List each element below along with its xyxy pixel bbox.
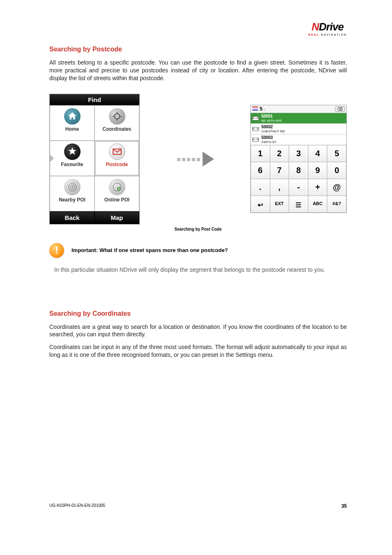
svg-point-0 [114,113,120,119]
back-button[interactable]: Back [50,211,95,224]
key-4[interactable]: 4 [308,145,327,162]
find-home-label: Home [51,126,93,132]
find-postcode[interactable]: Postcode [95,141,139,176]
find-title: Find [50,94,139,105]
page-number: 35 [341,503,347,509]
key-comma[interactable]: , [270,179,289,196]
online-poi-icon [109,179,125,195]
coordinates-icon [109,108,125,125]
key-9[interactable]: 9 [308,162,327,179]
key-2[interactable]: 2 [270,145,289,162]
envelope-icon [252,127,259,131]
heading-postcode: Searching by Postcode [49,46,347,53]
result-row[interactable]: 50003230TH ST [251,134,346,145]
transition-arrow [140,152,250,166]
key-1[interactable]: 1 [251,145,270,162]
key-list[interactable]: ☰ [289,196,308,213]
key-dot[interactable]: . [251,179,270,196]
map-button[interactable]: Map [95,211,139,224]
figure-row: Find Home Coordinates Favourite Pos [49,94,347,224]
find-coordinates-label: Coordinates [96,126,138,132]
find-favourite-label: Favourite [51,162,93,167]
key-abc[interactable]: ABC [308,196,327,213]
find-nearby-label: Nearby POI [51,197,93,203]
key-ext[interactable]: EXT [270,196,289,213]
key-return[interactable]: ↩ [251,196,270,213]
logo-n: N [311,21,319,33]
find-nearby-poi[interactable]: Nearby POI [50,176,95,211]
envelope-icon [252,116,259,120]
heading-coordinates: Searching by Coordinates [49,310,347,317]
logo-rest: Drive [319,21,344,33]
find-online-label: Online POI [96,197,138,203]
key-3[interactable]: 3 [289,145,308,162]
key-0[interactable]: 0 [327,162,346,179]
key-plus[interactable]: + [308,179,327,196]
key-7[interactable]: 7 [270,162,289,179]
find-postcode-label: Postcode [96,162,138,167]
keypad-panel: 5 ▫ ⌫ 50001NE 48TH AVE 50002CHESTNUT RD … [250,105,347,213]
keypad-input[interactable]: 5 ▫ [252,106,265,112]
result-row[interactable]: 50001NE 48TH AVE [251,113,346,124]
logo-tag-nav: NAVIGATION [321,33,347,36]
important-para: In this particular situation NDrive will… [54,266,342,274]
nearby-poi-icon [64,179,81,195]
para-postcode: All streets belong to a specific postcod… [49,59,347,82]
para-coords-1: Coordinates are a great way to search fo… [49,323,347,339]
key-6[interactable]: 6 [251,162,270,179]
key-5[interactable]: 5 [327,145,346,162]
find-home[interactable]: Home [50,105,95,141]
logo-tag-real: REAL [308,33,319,36]
find-favourite[interactable]: Favourite [50,141,95,176]
find-coordinates[interactable]: Coordinates [95,105,139,141]
backspace-icon[interactable]: ⌫ [335,106,345,112]
home-icon [64,108,81,125]
list-icon: ☰ [295,201,301,208]
return-icon: ↩ [258,201,263,208]
key-at[interactable]: @ [327,179,346,196]
find-panel: Find Home Coordinates Favourite Pos [49,94,140,224]
result-row[interactable]: 50002CHESTNUT RD [251,124,346,134]
flag-icon [252,106,258,111]
key-8[interactable]: 8 [289,162,308,179]
para-coords-2: Coordinates can be input in any of the t… [49,343,347,359]
figure-caption: Searching by Post Code [49,227,347,231]
key-sym[interactable]: #&? [327,196,346,213]
favourite-icon [64,143,81,160]
envelope-icon [252,138,259,142]
find-online-poi[interactable]: Online POI [95,176,139,211]
important-icon: ! [49,243,64,258]
postcode-icon [109,143,125,160]
important-heading: Important: What if one street spans more… [71,247,228,253]
brand-logo: NDrive REAL NAVIGATION [49,21,347,37]
svg-point-4 [71,186,73,187]
scroll-left-icon[interactable] [50,154,54,162]
footer-doc-id: UG-N10PH-01-EN-EN-201005 [49,503,105,509]
key-minus[interactable]: - [289,179,308,196]
